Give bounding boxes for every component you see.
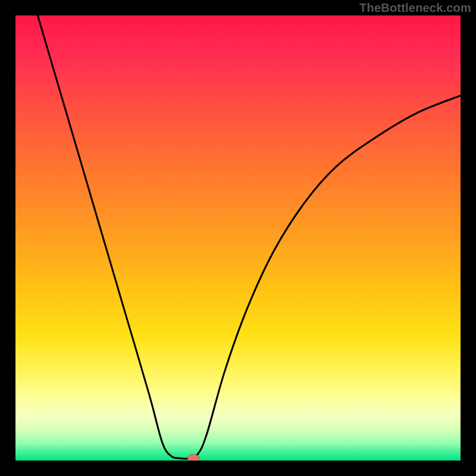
bottleneck-curve — [37, 15, 461, 459]
watermark-text: TheBottleneck.com — [359, 1, 471, 15]
optimum-marker — [187, 455, 199, 461]
plot-area — [15, 15, 461, 461]
chart-svg — [15, 15, 461, 461]
chart-frame: TheBottleneck.com — [0, 0, 476, 476]
